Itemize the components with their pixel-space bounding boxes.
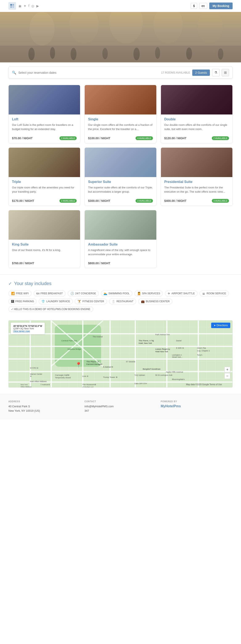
amenity-icon: 🍽 — [36, 292, 39, 295]
room-card[interactable]: Superior Suite The superior suite offers… — [84, 148, 156, 206]
room-description: Our double room offers all the comforts … — [164, 123, 229, 134]
amenity-label: BUSINESS CENTER — [146, 300, 170, 303]
footer-powered-label: POWERED BY — [161, 400, 232, 403]
svg-point-17 — [186, 48, 192, 60]
svg-rect-3 — [12, 6, 14, 8]
room-price: $120.00 / NIGHT — [164, 136, 186, 140]
amenity-label: FREE PARKING — [15, 300, 34, 303]
map-road-v7 — [198, 320, 199, 387]
grid-view-button[interactable]: ⊞ — [222, 69, 229, 76]
room-image — [161, 148, 232, 177]
amenity-badge: 💼 BUSINESS CENTER — [138, 298, 172, 304]
room-card[interactable]: King Suite One of our finest rooms, it's… — [8, 210, 80, 268]
amenity-icon: 🏊 — [104, 292, 107, 295]
room-price: $800.00 / NIGHT — [88, 262, 110, 265]
includes-title: ✓ Your stay includes — [8, 281, 232, 286]
available-badge: 2 AVAILABLE — [136, 199, 153, 203]
amenities-list: 📶 FREE WIFI 🍽 FREE BREAKFAST 🕐 24/7 CONC… — [8, 290, 232, 312]
room-description: One of our finest rooms, it's fit for a … — [12, 248, 77, 259]
logo-icon — [8, 2, 16, 10]
currency-button[interactable]: $ — [191, 3, 197, 9]
map-section: Central Park Zoo The Arsenal Gapstow Bri… — [0, 318, 241, 394]
search-input[interactable] — [18, 71, 159, 74]
room-price: $760.00 / NIGHT — [12, 262, 34, 265]
room-name: Ambassador Suite — [88, 242, 153, 246]
header-right: $ en My Booking — [191, 2, 232, 9]
room-card[interactable]: Triple Our triple room offers all the am… — [8, 148, 80, 206]
social-icon-2[interactable]: ✦ — [24, 4, 26, 8]
amenity-label: ROOM SERVICE — [206, 292, 226, 295]
zoom-out-button[interactable]: − — [224, 373, 230, 379]
amenity-icon: 🅿 — [11, 300, 14, 303]
room-card[interactable]: Presidential Suite The Presidential Suit… — [161, 148, 232, 206]
room-card[interactable]: Single Our single room offers all the co… — [84, 85, 156, 143]
amenity-icon: 🏋 — [78, 300, 81, 303]
search-icon: 🔍 — [12, 70, 16, 74]
amenity-label: SPA SERVICES — [142, 292, 160, 295]
demo-badge: ✓ HELLO THIS IS A DEMO OF HOTELPMS.COM B… — [8, 306, 93, 312]
room-description: The Presidential Suite is the perfect ro… — [164, 186, 229, 196]
footer-powered-column: POWERED BY MyHotelPms — [161, 400, 232, 413]
amenity-badge: 🍽 FREE BREAKFAST — [34, 290, 66, 296]
footer-brand-link[interactable]: MyHotelPms — [161, 404, 232, 408]
room-image — [85, 148, 156, 177]
my-booking-button[interactable]: My Booking — [209, 2, 232, 9]
room-card[interactable]: Double Our double room offers all the co… — [161, 85, 232, 143]
room-price: $170.00 / NIGHT — [12, 199, 34, 202]
amenity-icon: ✈ — [168, 292, 170, 295]
zoom-in-button[interactable]: + — [224, 367, 230, 372]
amenity-badge: 🍴 RESTAURANT — [109, 298, 136, 304]
amenity-label: SWIMMING POOL — [108, 292, 130, 295]
includes-heading: Your stay includes — [14, 281, 52, 286]
footer-contact-phone: 347 — [84, 409, 156, 413]
directions-button[interactable]: ➤ Directions — [211, 323, 230, 328]
social-icon-4[interactable]: ◎ — [31, 4, 34, 8]
social-icon-5[interactable]: ▶ — [36, 4, 39, 8]
social-icons: ◉ ✦ f ◎ ▶ — [18, 4, 39, 8]
map-coordinates: 40°45'54.8"N 73°58'32.0"W — [13, 325, 42, 327]
svg-rect-0 — [10, 4, 12, 6]
amenity-badge: 👕 LAUNDRY SERVICE — [39, 298, 73, 304]
room-card[interactable]: Loft Our Loft Suite is the pefect room f… — [8, 85, 80, 143]
social-icon-3[interactable]: f — [28, 4, 29, 8]
svg-point-5 — [30, 12, 55, 46]
available-badge: 3 AVAILABLE — [212, 199, 229, 203]
room-card[interactable]: Ambassador Suite A magnificent view of t… — [84, 210, 156, 268]
guests-button[interactable]: 2 Guests — [192, 70, 210, 76]
svg-point-11 — [28, 48, 35, 60]
map-road-v5 — [135, 320, 136, 387]
includes-section: ✓ Your stay includes 📶 FREE WIFI 🍽 FREE … — [0, 274, 241, 318]
amenity-badge: 🏊 SWIMMING POOL — [101, 290, 132, 296]
rooms-available-label: 17 ROOMS AVAILABLE — [161, 71, 190, 74]
footer-address-label: ADDRESS — [8, 400, 80, 403]
footer: ADDRESS 40 Central Park S New York, NY 1… — [0, 394, 241, 420]
room-description: Our single room offers all the comforts … — [88, 123, 153, 134]
map-road-v4 — [110, 320, 111, 387]
svg-point-15 — [134, 48, 140, 60]
footer-address-column: ADDRESS 40 Central Park S New York, NY 1… — [8, 400, 80, 413]
room-price: $70.00 / NIGHT — [12, 136, 32, 140]
map-overlay: 40°45'54.8"N 73°58'32.0"W Q28F+3Q New Yo… — [11, 323, 45, 334]
amenity-badge: 🕐 24/7 CONCIERGE — [68, 290, 99, 296]
room-name: Loft — [12, 118, 77, 121]
amenity-icon: 📶 — [11, 292, 15, 295]
amenity-icon: 💆 — [137, 292, 141, 295]
language-button[interactable]: en — [199, 3, 207, 9]
amenity-label: FITNESS CENTER — [82, 300, 104, 303]
amenity-label: FREE WIFI — [16, 292, 29, 295]
filter-button[interactable]: ⚗ — [212, 69, 220, 76]
room-image — [8, 210, 80, 240]
footer-contact-email: info@MyHotelPMS.com — [84, 404, 156, 409]
amenity-icon: 👕 — [42, 300, 45, 303]
social-icon-1[interactable]: ◉ — [18, 4, 22, 8]
room-description: The superior suite offers all the comfor… — [88, 186, 153, 196]
search-bar: 🔍 17 ROOMS AVAILABLE 2 Guests ⚗ ⊞ — [8, 66, 232, 78]
room-image — [85, 85, 156, 114]
header-left: ◉ ✦ f ◎ ▶ — [8, 2, 39, 10]
directions-label: Directions — [217, 324, 228, 327]
room-name: King Suite — [12, 242, 77, 246]
room-description: Our triple room offers all the amenities… — [12, 186, 77, 196]
amenity-badge: 📶 FREE WIFI — [8, 290, 32, 296]
map-view-larger-link[interactable]: View larger map — [13, 330, 42, 332]
amenity-icon: 🛎 — [202, 292, 205, 295]
